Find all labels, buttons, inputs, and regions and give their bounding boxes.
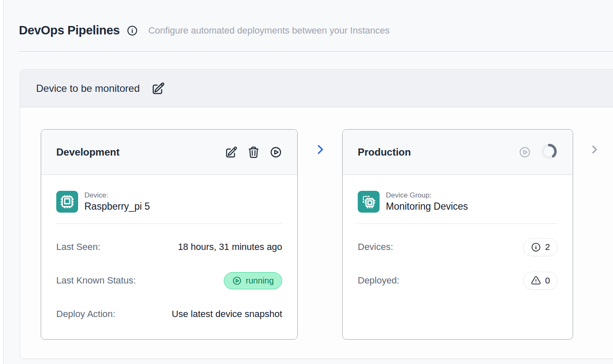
info-circle-icon: [531, 242, 541, 252]
deploy-action-label: Deploy Action:: [56, 309, 115, 320]
info-circle-icon[interactable]: [126, 25, 138, 36]
cpu-chip-group-icon: [358, 191, 380, 213]
stage-title: Production: [358, 146, 411, 158]
play-circle-icon[interactable]: [270, 146, 282, 159]
loading-spinner-icon: [541, 143, 558, 161]
cpu-chip-icon: [56, 191, 78, 213]
development-card-body: Device: Raspberry_pi 5 Last Seen: 18 hou…: [41, 175, 297, 339]
pipeline-name: Device to be monitored: [36, 83, 140, 94]
card-divider: [56, 224, 282, 224]
device-group-row: Device Group: Monitoring Devices: [358, 191, 558, 213]
header-divider: [19, 51, 613, 52]
stage-card-production: Production: [342, 129, 573, 340]
page-title: DevOps Pipelines: [19, 23, 120, 37]
production-card-actions: [519, 143, 558, 161]
devices-label: Devices:: [358, 242, 393, 252]
devices-count: 2: [545, 242, 550, 252]
deployed-label: Deployed:: [358, 275, 399, 286]
devices-row: Devices: 2: [358, 237, 558, 257]
production-card-header: Production: [343, 130, 573, 175]
pipeline-stages: Development: [20, 107, 613, 359]
last-known-status-row: Last Known Status: running: [56, 271, 282, 290]
development-card-actions: [225, 146, 282, 159]
deployed-count-pill[interactable]: 0: [523, 272, 558, 290]
play-circle-icon: [232, 276, 242, 286]
production-card-body: Device Group: Monitoring Devices Devices…: [343, 175, 573, 339]
last-seen-value: 18 hours, 31 minutes ago: [178, 242, 282, 252]
page-subtitle: Configure automated deployments between …: [148, 25, 390, 36]
deployed-count: 0: [545, 276, 550, 286]
deployed-row: Deployed: 0: [358, 271, 558, 290]
device-group-label: Device Group:: [386, 191, 468, 200]
last-seen-label: Last Seen:: [56, 242, 100, 252]
play-circle-icon[interactable]: [519, 146, 531, 159]
status-badge: running: [224, 272, 282, 289]
device-name: Raspberry_pi 5: [84, 201, 150, 212]
chevron-right-icon: [589, 144, 600, 155]
status-badge-text: running: [246, 276, 274, 286]
pipeline-panel: Device to be monitored Development: [20, 69, 613, 359]
chevron-right-icon: [314, 143, 327, 156]
stage-card-development: Development: [41, 129, 298, 340]
development-card-header: Development: [41, 130, 297, 175]
devices-count-pill[interactable]: 2: [523, 238, 558, 256]
deploy-action-value: Use latest device snapshot: [172, 309, 282, 320]
warning-triangle-icon: [531, 276, 541, 286]
device-group-name: Monitoring Devices: [386, 201, 468, 212]
last-seen-row: Last Seen: 18 hours, 31 minutes ago: [56, 237, 282, 257]
pipeline-panel-header: Device to be monitored: [20, 70, 613, 107]
last-known-status-label: Last Known Status:: [56, 275, 136, 286]
devops-pipelines-page: DevOps Pipelines Configure automated dep…: [3, 0, 613, 364]
device-meta: Device Group: Monitoring Devices: [386, 191, 468, 212]
scroll-next-control[interactable]: [589, 144, 600, 157]
device-label: Device:: [84, 191, 150, 200]
pipeline-connector: [298, 143, 342, 156]
card-divider: [358, 224, 558, 224]
page-header: DevOps Pipelines Configure automated dep…: [19, 23, 613, 37]
device-meta: Device: Raspberry_pi 5: [84, 191, 150, 212]
edit-square-icon[interactable]: [225, 146, 238, 159]
deploy-action-row: Deploy Action: Use latest device snapsho…: [56, 304, 282, 324]
device-row: Device: Raspberry_pi 5: [56, 191, 282, 213]
edit-square-icon[interactable]: [152, 82, 165, 95]
trash-icon[interactable]: [247, 146, 260, 159]
stage-title: Development: [56, 146, 120, 158]
